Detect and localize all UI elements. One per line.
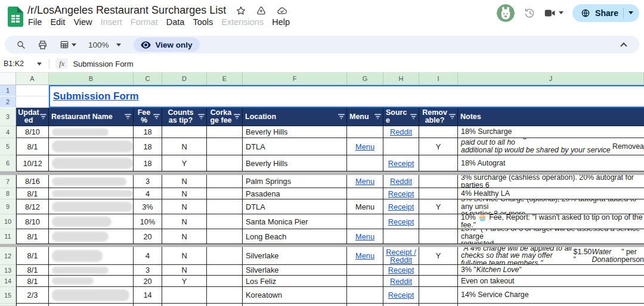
cell-counts-as-tip[interactable]: N: [162, 247, 207, 265]
source-link[interactable]: Reddit: [390, 128, 412, 136]
cell-updated[interactable]: 8/12: [16, 199, 49, 214]
cell-fee[interactable]: 18: [134, 155, 162, 171]
filter-icon[interactable]: [410, 114, 417, 120]
menu-item-extensions[interactable]: Extensions: [217, 16, 268, 28]
cell-corkage-fee[interactable]: [207, 229, 243, 244]
cell-counts-as-tip[interactable]: Y: [162, 276, 207, 287]
filter-icon[interactable]: [233, 114, 241, 120]
cell-removable[interactable]: [419, 175, 458, 188]
menu-link[interactable]: Menu: [355, 252, 374, 260]
cell-empty[interactable]: [162, 304, 207, 306]
cell-fee[interactable]: 20: [134, 229, 162, 244]
cell-removable[interactable]: [419, 287, 458, 304]
filter-icon[interactable]: [197, 114, 205, 120]
cell-a2[interactable]: [16, 96, 49, 108]
cell-source[interactable]: Receipt: [383, 155, 419, 171]
menu-item-format[interactable]: Format: [126, 16, 162, 28]
cell-source[interactable]: [383, 138, 419, 155]
cell-source[interactable]: Receipt: [383, 188, 419, 199]
cell-counts-as-tip[interactable]: N: [162, 214, 207, 229]
header-counts-as-tip[interactable]: Counts as tip?: [162, 108, 207, 126]
cell-corkage-fee[interactable]: [207, 214, 243, 229]
cell-location[interactable]: Silverlake: [243, 247, 347, 265]
cell-menu[interactable]: Menu: [347, 175, 383, 188]
filter-icon[interactable]: [124, 114, 132, 120]
cell-source[interactable]: Receipt: [383, 214, 419, 229]
cell-empty[interactable]: [419, 304, 458, 306]
column-header-d[interactable]: D: [162, 73, 207, 85]
column-header-b[interactable]: B: [49, 73, 134, 85]
cell-empty[interactable]: [458, 304, 644, 306]
cell-counts-as-tip[interactable]: [162, 126, 207, 138]
cell-counts-as-tip[interactable]: N: [162, 229, 207, 244]
merged-cell-b1-k2[interactable]: Submission Form: [49, 85, 644, 108]
cell-removable[interactable]: [419, 155, 458, 171]
header-location[interactable]: Location: [243, 108, 347, 126]
row-header-6[interactable]: 6: [0, 155, 16, 171]
header-fee[interactable]: Fee %: [134, 108, 162, 126]
cell-fee[interactable]: 3%: [134, 199, 162, 214]
cell-corkage-fee[interactable]: [207, 188, 243, 199]
name-box-caret[interactable]: [37, 63, 42, 65]
cell-menu[interactable]: Menu: [347, 229, 383, 244]
cell-restaurant-name[interactable]: [49, 155, 134, 171]
meet-camera-button[interactable]: [544, 8, 564, 18]
header-source[interactable]: Source: [383, 108, 419, 126]
cell-menu[interactable]: Menu: [347, 199, 383, 214]
zoom-control[interactable]: 100%: [85, 39, 124, 51]
cell-updated[interactable]: 2/3: [16, 287, 49, 304]
cell-fee[interactable]: 4: [134, 188, 162, 199]
cell-notes[interactable]: 4% Healthy LA: [458, 188, 644, 199]
document-status-cloud-icon[interactable]: [276, 5, 288, 16]
star-icon[interactable]: [236, 5, 246, 16]
menu-link[interactable]: Menu: [355, 233, 374, 241]
menu-item-data[interactable]: Data: [162, 16, 189, 28]
cell-removable[interactable]: [419, 229, 458, 244]
cell-fee[interactable]: 18: [134, 138, 162, 155]
cell-location[interactable]: DTLA: [243, 199, 347, 214]
column-header-i[interactable]: I: [419, 73, 458, 85]
cell-location[interactable]: Beverly Hills: [243, 155, 347, 171]
column-header-f[interactable]: F: [243, 73, 347, 85]
cell-updated[interactable]: 8/1: [16, 265, 49, 276]
cell-counts-as-tip[interactable]: N: [162, 199, 207, 214]
filter-icon[interactable]: [39, 114, 47, 120]
cell-updated[interactable]: 8/1: [16, 138, 49, 155]
filter-icon[interactable]: [374, 114, 382, 120]
menu-link[interactable]: Menu: [355, 177, 374, 185]
row-header-9[interactable]: 9: [0, 199, 16, 214]
cell-source[interactable]: Reddit: [383, 126, 419, 138]
column-header-h[interactable]: H: [383, 73, 419, 85]
cell-notes[interactable]: "A 4% charge will be applied to all chec…: [458, 247, 644, 265]
row-header-5[interactable]: 5: [0, 138, 16, 155]
filter-icon[interactable]: [153, 114, 160, 120]
cell-counts-as-tip[interactable]: N: [162, 265, 207, 276]
cell-source[interactable]: [383, 229, 419, 244]
cell-location[interactable]: Palm Springs: [243, 175, 347, 188]
cell-notes[interactable]: 20%" ("Parties of 6 or larger will be as…: [458, 229, 644, 244]
menu-item-file[interactable]: File: [24, 16, 46, 28]
cell-corkage-fee[interactable]: [207, 199, 243, 214]
header-notes[interactable]: Notes: [458, 108, 644, 126]
cell-notes[interactable]: 14% Service Charge: [458, 287, 644, 304]
cell-notes[interactable]: 3% Service Charge (optional), 20% autogr…: [458, 199, 644, 214]
share-button[interactable]: Share: [572, 4, 639, 22]
row-header-2[interactable]: 2: [0, 96, 16, 108]
source-link[interactable]: Receipt: [388, 266, 414, 274]
camera-dropdown-caret[interactable]: [559, 11, 564, 14]
menu-item-view[interactable]: View: [69, 16, 96, 28]
row-header-1[interactable]: 1: [0, 85, 16, 96]
row-header-12[interactable]: 12: [0, 247, 16, 265]
name-box[interactable]: B1:K2: [0, 60, 45, 68]
cell-updated[interactable]: 8/1: [16, 188, 49, 199]
cell-updated[interactable]: 8/10: [16, 214, 49, 229]
cell-notes[interactable]: 10% 🧁 Fee, Report: "I wasn't asked to ti…: [458, 214, 644, 229]
cell-counts-as-tip[interactable]: N: [162, 175, 207, 188]
cell-location[interactable]: DTLA: [243, 138, 347, 155]
menu-item-insert[interactable]: Insert: [97, 16, 126, 28]
source-link[interactable]: Reddit: [390, 177, 412, 185]
cell-corkage-fee[interactable]: [207, 247, 243, 265]
cell-a1[interactable]: [16, 85, 49, 96]
cell-counts-as-tip[interactable]: Y: [162, 155, 207, 171]
column-header-c[interactable]: C: [134, 73, 162, 85]
